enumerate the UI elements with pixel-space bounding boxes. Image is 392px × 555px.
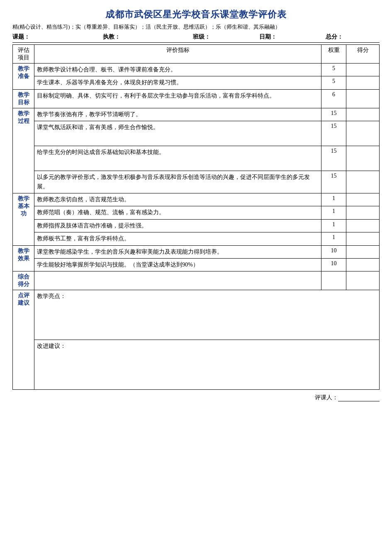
footer: 评课人： [12, 394, 380, 401]
score-cell-4-0 [346, 245, 380, 258]
indicator-cell-2-2: 给学生充分的时间达成音乐基础知识和基本技能。 [34, 146, 321, 171]
indicator-cell-0-0: 教师教学设计精心合理、板书、课件等课前准备充分。 [34, 64, 321, 76]
score-cell-2-1 [346, 121, 380, 146]
category-cell-2: 教学 过程 [13, 108, 34, 193]
table-row: 改进建议： [13, 340, 380, 390]
col-weight-header: 权重 [321, 45, 346, 64]
evaluation-table: 评估项目 评价指标 权重 得分 教学 准备教师教学设计精心合理、板书、课件等课前… [12, 44, 380, 390]
table-row: 课堂气氛活跃和谐，富有美感，师生合作愉悦。15 [13, 121, 380, 146]
weight-cell-3-0: 1 [321, 193, 346, 206]
weight-cell-3-1: 1 [321, 206, 346, 219]
reviewer-label: 评课人： [315, 394, 338, 401]
date-label: 日期： [259, 33, 277, 41]
indicator-cell-6-1: 改进建议： [34, 340, 380, 390]
indicator-cell-综合得分 [34, 271, 321, 290]
col-indicator-header: 评价指标 [34, 45, 321, 64]
category-cell-综合得分: 综合 得分 [13, 271, 34, 290]
category-cell-4: 教学 效果 [13, 245, 34, 271]
indicator-cell-3-3: 教师板书工整，富有音乐学科特点。 [34, 232, 321, 245]
reviewer-line [338, 394, 380, 401]
weight-cell-3-3: 1 [321, 232, 346, 245]
score-cell-0-0 [346, 64, 380, 76]
indicator-cell-3-2: 教师指挥及肢体语言动作准确，提示性强。 [34, 219, 321, 232]
score-cell-3-3 [346, 232, 380, 245]
score-cell-2-3 [346, 171, 380, 193]
table-row: 教学 基本 功教师教态亲切自然，语言规范生动。1 [13, 193, 380, 206]
table-row: 教学 目标目标制定明确、具体、切实可行，有利于各层次学生主动参与音乐活动，富有音… [13, 89, 380, 108]
table-row: 给学生充分的时间达成音乐基础知识和基本技能。15 [13, 146, 380, 171]
indicator-cell-3-1: 教师范唱（奏）准确、规范、流畅，富有感染力。 [34, 206, 321, 219]
score-cell-2-2 [346, 146, 380, 171]
table-row: 学生能较好地掌握所学知识与技能。（当堂课达成率达到90%）10 [13, 258, 380, 271]
class-label: 班级： [193, 33, 210, 41]
score-cell-3-2 [346, 219, 380, 232]
indicator-cell-4-1: 学生能较好地掌握所学知识与技能。（当堂课达成率达到90%） [34, 258, 321, 271]
col-category-header: 评估项目 [13, 45, 34, 64]
subject-label: 课题： [12, 33, 30, 41]
score-cell-3-1 [346, 206, 380, 219]
indicator-cell-4-0: 课堂教学能感染学生，学生的音乐兴趣和审美能力及表现能力得到培养。 [34, 245, 321, 258]
weight-cell-3-2: 1 [321, 219, 346, 232]
weight-cell-4-0: 10 [321, 245, 346, 258]
table-row: 教师指挥及肢体语言动作准确，提示性强。1 [13, 219, 380, 232]
table-row: 教师板书工整，富有音乐学科特点。1 [13, 232, 380, 245]
page-title: 成都市武侯区星光学校音乐课堂教学评价表 [12, 8, 380, 21]
weight-cell-4-1: 10 [321, 258, 346, 271]
indicator-cell-6-0: 教学亮点： [34, 290, 380, 340]
score-cell-0-1 [346, 76, 380, 89]
weight-cell-2-2: 15 [321, 146, 346, 171]
score-cell-3-0 [346, 193, 380, 206]
table-row: 教师范唱（奏）准确、规范、流畅，富有感染力。1 [13, 206, 380, 219]
weight-cell-0-1: 5 [321, 76, 346, 89]
category-cell-3: 教学 基本 功 [13, 193, 34, 245]
score-cell-2-0 [346, 108, 380, 121]
table-row: 教学 过程教学节奏张弛有序，教学环节清晰明了。15 [13, 108, 380, 121]
form-header: 课题： 执教： 班级： 日期： 总分： [12, 33, 380, 43]
weight-cell-2-3: 15 [321, 171, 346, 193]
table-row: 教学 准备教师教学设计精心合理、板书、课件等课前准备充分。5 [13, 64, 380, 76]
table-row: 以多元的教学评价形式，激发学生积极参与音乐表现和音乐创造等活动的兴趣，促进不同层… [13, 171, 380, 193]
category-cell-1: 教学 目标 [13, 89, 34, 108]
category-cell-0: 教学 准备 [13, 64, 34, 90]
teacher-label: 执教： [103, 33, 120, 41]
score-cell-综合得分 [346, 271, 380, 290]
weight-cell-2-1: 15 [321, 121, 346, 146]
subtitle: 精(精心设计、精当练习)；实（尊重差异、目标落实）；活（民主开放、思维活跃）；乐… [12, 23, 380, 31]
indicator-cell-2-3: 以多元的教学评价形式，激发学生积极参与音乐表现和音乐创造等活动的兴趣，促进不同层… [34, 171, 321, 193]
weight-cell-2-0: 15 [321, 108, 346, 121]
weight-cell-1-0: 6 [321, 89, 346, 108]
col-score-header: 得分 [346, 45, 380, 64]
category-cell-6: 点评 建议 [13, 290, 34, 390]
weight-cell-0-0: 5 [321, 64, 346, 76]
score-cell-4-1 [346, 258, 380, 271]
indicator-cell-2-1: 课堂气氛活跃和谐，富有美感，师生合作愉悦。 [34, 121, 321, 146]
indicator-cell-2-0: 教学节奏张弛有序，教学环节清晰明了。 [34, 108, 321, 121]
total-label: 总分： [326, 33, 343, 41]
indicator-cell-1-0: 目标制定明确、具体、切实可行，有利于各层次学生主动参与音乐活动，富有音乐学科特点… [34, 89, 321, 108]
indicator-cell-0-1: 学生课本、乐器等学具准备充分，体现良好的常规习惯。 [34, 76, 321, 89]
table-row: 点评 建议教学亮点： [13, 290, 380, 340]
score-cell-1-0 [346, 89, 380, 108]
table-row: 学生课本、乐器等学具准备充分，体现良好的常规习惯。5 [13, 76, 380, 89]
table-row: 教学 效果课堂教学能感染学生，学生的音乐兴趣和审美能力及表现能力得到培养。10 [13, 245, 380, 258]
indicator-cell-3-0: 教师教态亲切自然，语言规范生动。 [34, 193, 321, 206]
weight-cell-综合得分 [321, 271, 346, 290]
